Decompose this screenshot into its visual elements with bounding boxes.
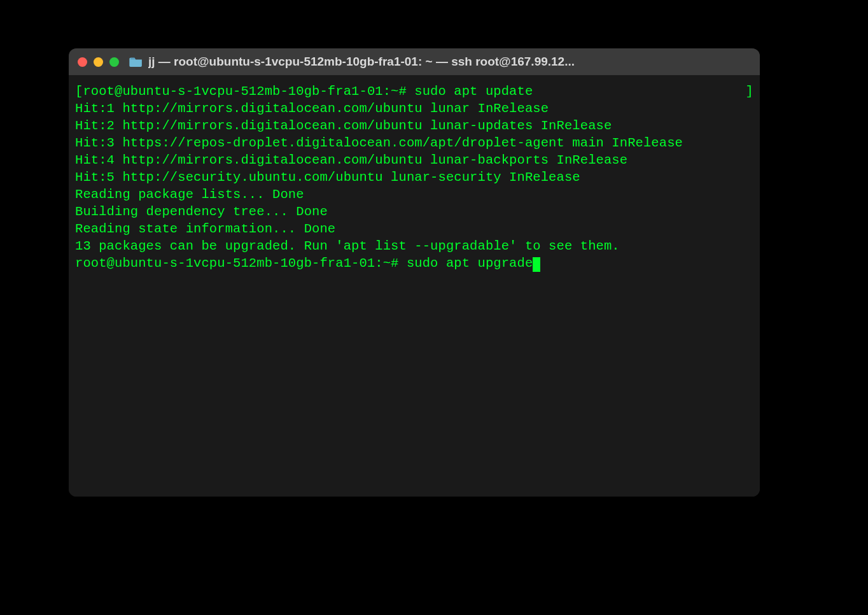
output-line: 13 packages can be upgraded. Run 'apt li… xyxy=(75,239,620,253)
output-line: Hit:4 http://mirrors.digitalocean.com/ub… xyxy=(75,153,627,167)
output-line: Hit:3 https://repos-droplet.digitalocean… xyxy=(75,136,683,150)
command-1: sudo apt update xyxy=(414,84,533,99)
folder-icon xyxy=(129,57,143,67)
close-button[interactable] xyxy=(78,57,87,67)
prompt-2: root@ubuntu-s-1vcpu-512mb-10gb-fra1-01:~… xyxy=(75,256,407,271)
traffic-lights xyxy=(78,57,119,67)
zoom-button[interactable] xyxy=(109,57,119,67)
terminal-output[interactable]: [root@ubuntu-s-1vcpu-512mb-10gb-fra1-01:… xyxy=(69,75,760,497)
prompt-1: root@ubuntu-s-1vcpu-512mb-10gb-fra1-01:~… xyxy=(83,84,414,99)
output-line: Reading package lists... Done xyxy=(75,187,304,202)
output-line: Hit:2 http://mirrors.digitalocean.com/ub… xyxy=(75,118,612,133)
output-line: Hit:1 http://mirrors.digitalocean.com/ub… xyxy=(75,101,549,116)
window-title: jj — root@ubuntu-s-1vcpu-512mb-10gb-fra1… xyxy=(148,55,751,69)
window-titlebar[interactable]: jj — root@ubuntu-s-1vcpu-512mb-10gb-fra1… xyxy=(69,48,760,75)
command-2: sudo apt upgrade xyxy=(407,256,533,271)
output-line: Building dependency tree... Done xyxy=(75,204,328,219)
output-line: Reading state information... Done xyxy=(75,222,335,236)
cursor-icon xyxy=(533,257,540,272)
prompt-bracket-close: ] xyxy=(746,83,753,100)
terminal-window: jj — root@ubuntu-s-1vcpu-512mb-10gb-fra1… xyxy=(69,48,760,497)
minimize-button[interactable] xyxy=(94,57,103,67)
output-line: Hit:5 http://security.ubuntu.com/ubuntu … xyxy=(75,170,580,185)
prompt-bracket-open: [ xyxy=(75,84,83,99)
